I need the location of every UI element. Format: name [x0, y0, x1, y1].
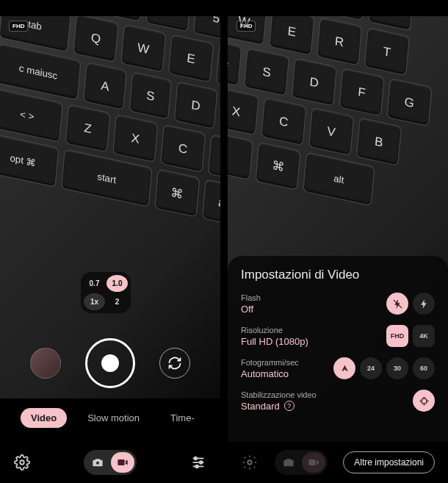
- resolution-label: Risoluzione: [241, 326, 308, 334]
- video-mode-dimmed: [302, 452, 325, 473]
- capture-toggle: [84, 450, 137, 475]
- flash-value: Off: [241, 304, 261, 315]
- settings-icon[interactable]: [13, 454, 31, 471]
- zoom-2[interactable]: 2: [106, 293, 128, 310]
- svg-point-10: [248, 460, 252, 465]
- svg-point-0: [20, 460, 24, 465]
- bottom-bar: Altre impostazioni: [228, 442, 448, 483]
- gallery-thumbnail[interactable]: [30, 348, 61, 379]
- mode-slow-motion[interactable]: Slow motion: [77, 408, 150, 428]
- video-settings-sheet: Impostazioni di Video Flash Off Risoluzi…: [228, 256, 448, 442]
- resolution-badge[interactable]: FHD: [236, 21, 256, 32]
- resolution-value: Full HD (1080p): [241, 336, 308, 347]
- res-4k-option[interactable]: 4K: [413, 325, 435, 347]
- setting-stabilization: Stabilizzazione video Standard ?: [241, 390, 435, 412]
- svg-point-1: [96, 462, 99, 465]
- tune-icon[interactable]: [189, 454, 207, 471]
- flip-camera-button[interactable]: [159, 348, 190, 379]
- fps-30-option[interactable]: 30: [386, 357, 408, 379]
- photo-mode-button[interactable]: [86, 452, 109, 473]
- fps-60-option[interactable]: 60: [413, 357, 435, 379]
- resolution-options: FHD 4K: [386, 325, 435, 347]
- zoom-controls: 0.7 1.0 1x 2: [81, 272, 131, 313]
- svg-point-5: [195, 457, 198, 460]
- more-settings-button[interactable]: Altre impostazioni: [343, 451, 435, 473]
- resolution-badge[interactable]: FHD: [9, 21, 28, 32]
- video-mode-button[interactable]: [111, 452, 134, 473]
- shutter-button[interactable]: [85, 338, 135, 388]
- stab-label: Stabilizzazione video: [241, 390, 317, 399]
- fps-24-option[interactable]: 24: [360, 357, 382, 379]
- setting-flash: Flash Off: [241, 293, 435, 315]
- svg-rect-9: [422, 398, 426, 403]
- res-fhd-option[interactable]: FHD: [386, 325, 408, 347]
- capture-toggle-dimmed: [275, 450, 328, 475]
- fps-auto-option[interactable]: [333, 357, 355, 379]
- svg-point-6: [200, 461, 203, 464]
- setting-resolution: Risoluzione Full HD (1080p) FHD 4K: [241, 325, 435, 347]
- shutter-inner: [101, 354, 119, 372]
- stab-value: Standard ?: [241, 401, 317, 412]
- mode-video[interactable]: Video: [21, 408, 67, 428]
- mode-selector[interactable]: Video Slow motion Time-: [0, 408, 220, 428]
- svg-point-7: [195, 465, 198, 468]
- photo-mode-dimmed: [277, 452, 300, 473]
- shutter-row: [0, 338, 220, 388]
- camera-screen-settings: 34567 QWERT loc maiuscSDFG ZXCVB start⌘a…: [228, 0, 448, 483]
- bottom-bar: [0, 442, 220, 483]
- mode-timelapse[interactable]: Time-: [160, 408, 205, 428]
- flash-options: [386, 293, 435, 315]
- camera-screen-main: 12345 tabQWER c maiuscASDF < >ZXCV opt ⌘…: [0, 0, 220, 483]
- zoom-1x[interactable]: 1x: [84, 293, 105, 310]
- fps-value: Automatico: [241, 368, 299, 379]
- settings-icon[interactable]: [241, 454, 259, 471]
- flash-label: Flash: [241, 293, 261, 302]
- sheet-title: Impostazioni di Video: [241, 268, 435, 282]
- flash-off-option[interactable]: [386, 293, 408, 315]
- setting-fps: Fotogrammi/sec Automatico 24 30 60: [241, 357, 435, 379]
- zoom-0-7[interactable]: 0.7: [84, 275, 105, 292]
- fps-label: Fotogrammi/sec: [241, 358, 299, 367]
- stab-options: [413, 390, 435, 412]
- zoom-1-0[interactable]: 1.0: [106, 275, 128, 292]
- help-icon[interactable]: ?: [284, 401, 295, 411]
- fps-options: 24 30 60: [333, 357, 435, 379]
- stab-standard-option[interactable]: [413, 390, 435, 412]
- flash-on-option[interactable]: [413, 293, 435, 315]
